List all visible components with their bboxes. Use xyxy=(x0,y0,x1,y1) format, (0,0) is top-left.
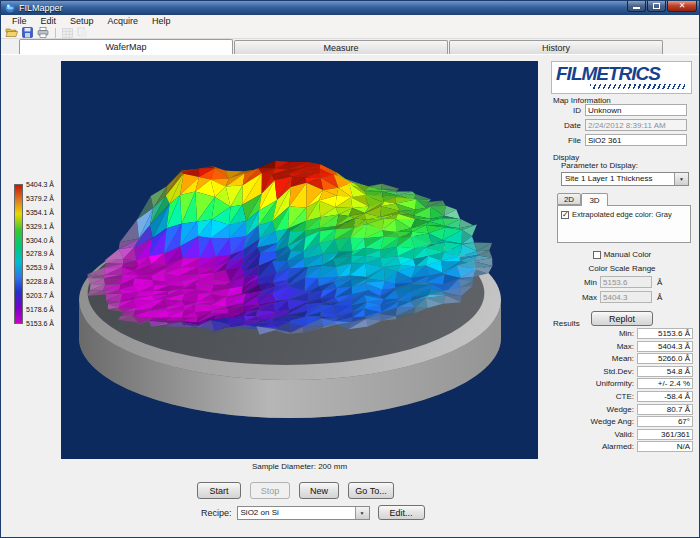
menu-setup[interactable]: Setup xyxy=(63,16,101,26)
menu-acquire[interactable]: Acquire xyxy=(101,16,146,26)
tab-measure[interactable]: Measure xyxy=(234,40,448,54)
print-icon[interactable] xyxy=(37,27,49,38)
map-information-group: ID Date File xyxy=(547,104,695,149)
parameter-value: Site 1 Layer 1 Thickness xyxy=(562,173,674,185)
results-group: Min:5153.6 Å Max:5404.3 Å Mean:5266.0 Å … xyxy=(547,328,693,454)
minimize-button[interactable] xyxy=(627,1,646,12)
toolbar-separator xyxy=(55,28,56,38)
color-scale-label: 5379.2 Å xyxy=(26,195,54,202)
id-label: ID xyxy=(547,106,581,115)
close-icon: ✕ xyxy=(679,2,686,10)
tab-2d[interactable]: 2D xyxy=(557,193,581,205)
tab-wafermap[interactable]: WaferMap xyxy=(19,39,233,54)
chevron-down-icon[interactable]: ▼ xyxy=(674,173,688,185)
chevron-down-icon[interactable]: ▼ xyxy=(355,507,369,519)
copy-icon[interactable] xyxy=(77,27,88,38)
sample-diameter-label: Sample Diameter: 200 mm xyxy=(61,462,538,471)
edit-recipe-button[interactable]: Edit... xyxy=(378,505,425,520)
recipe-label: Recipe: xyxy=(201,508,232,518)
menu-edit[interactable]: Edit xyxy=(34,16,64,26)
result-row: Alarmed:N/A xyxy=(547,441,693,452)
min-field[interactable] xyxy=(600,276,652,288)
max-label: Max xyxy=(577,293,597,302)
result-row: Wedge:80.7 Å xyxy=(547,404,693,415)
app-icon xyxy=(5,3,15,13)
date-label: Date xyxy=(547,121,581,130)
tab-history[interactable]: History xyxy=(449,40,663,54)
display-group: Parameter to Display: Site 1 Layer 1 Thi… xyxy=(547,161,697,326)
parameter-to-display-label: Parameter to Display: xyxy=(561,161,697,170)
close-button[interactable]: ✕ xyxy=(667,1,697,12)
new-button[interactable]: New xyxy=(299,482,339,499)
color-scale-label: 5178.6 Å xyxy=(26,306,54,313)
result-row: CTE:-58.4 Å xyxy=(547,391,693,402)
result-label: Wedge Ang: xyxy=(591,417,634,426)
goto-button[interactable]: Go To... xyxy=(348,482,394,499)
result-label: Uniformity: xyxy=(596,379,634,388)
3d-options-panel: Extrapolated edge color: Gray xyxy=(557,205,691,243)
minimize-icon xyxy=(633,7,640,9)
result-label: Max: xyxy=(617,342,634,351)
result-label: Valid: xyxy=(615,430,634,439)
replot-button[interactable]: Replot xyxy=(591,311,653,326)
result-row: Valid:361/361 xyxy=(547,429,693,440)
color-scale-label: 5354.1 Å xyxy=(26,209,54,216)
save-icon[interactable] xyxy=(22,27,33,38)
min-unit: Å xyxy=(657,278,662,287)
color-scale-label: 5278.9 Å xyxy=(26,250,54,257)
menu-file[interactable]: File xyxy=(5,16,34,26)
result-label: Mean: xyxy=(612,354,634,363)
result-value: 80.7 Å xyxy=(637,404,693,415)
menu-help[interactable]: Help xyxy=(145,16,178,26)
maximize-button[interactable] xyxy=(647,1,666,12)
acquisition-controls: Start Stop New Go To... xyxy=(197,482,394,499)
max-unit: Å xyxy=(657,293,662,302)
view-mode-tabs: 2D 3D xyxy=(557,193,697,206)
color-scale-label: 5304.0 Å xyxy=(26,237,54,244)
color-scale-label: 5404.3 Å xyxy=(26,181,54,188)
result-label: Min: xyxy=(619,329,634,338)
result-row: Std.Dev:54.8 Å xyxy=(547,366,693,377)
result-row: Mean:5266.0 Å xyxy=(547,353,693,364)
tab-3d[interactable]: 3D xyxy=(581,193,608,206)
color-scale-label: 5253.9 Å xyxy=(26,264,54,271)
parameter-dropdown[interactable]: Site 1 Layer 1 Thickness ▼ xyxy=(561,172,689,186)
map-grid-icon[interactable] xyxy=(62,28,73,38)
color-scale-label: 5228.8 Å xyxy=(26,278,54,285)
file-field[interactable] xyxy=(585,134,687,146)
result-label: Wedge: xyxy=(607,405,634,414)
id-field[interactable] xyxy=(585,104,687,116)
stop-button[interactable]: Stop xyxy=(250,482,290,499)
open-file-icon[interactable] xyxy=(5,27,18,38)
menu-bar: File Edit Setup Acquire Help xyxy=(1,15,700,27)
manual-color-checkbox[interactable] xyxy=(593,251,601,259)
extrapolated-edge-checkbox[interactable] xyxy=(561,211,569,219)
result-label: Std.Dev: xyxy=(603,367,634,376)
result-value: +/- 2.4 % xyxy=(637,378,693,389)
result-value: 5153.6 Å xyxy=(637,328,693,339)
wafer-3d-plot[interactable] xyxy=(61,61,538,459)
result-row: Wedge Ang:67° xyxy=(547,416,693,427)
recipe-value: SiO2 on Si xyxy=(238,507,355,519)
recipe-dropdown[interactable]: SiO2 on Si ▼ xyxy=(237,506,370,520)
result-value: 361/361 xyxy=(637,429,693,440)
extrapolated-edge-label: Extrapolated edge color: Gray xyxy=(572,210,672,219)
color-scale-gradient xyxy=(14,184,23,324)
app-window: FILMapper ✕ File Edit Setup Acquire Help xyxy=(0,0,700,538)
result-row: Max:5404.3 Å xyxy=(547,341,693,352)
maximize-icon xyxy=(653,3,660,9)
result-value: 54.8 Å xyxy=(637,366,693,377)
result-row: Uniformity:+/- 2.4 % xyxy=(547,378,693,389)
result-label: Alarmed: xyxy=(602,442,634,451)
date-field[interactable] xyxy=(585,119,687,131)
result-value: 5266.0 Å xyxy=(637,353,693,364)
result-value: 5404.3 Å xyxy=(637,341,693,352)
result-label: CTE: xyxy=(616,392,634,401)
color-scale-labels: 5404.3 Å 5379.2 Å 5354.1 Å 5329.1 Å 5304… xyxy=(26,181,54,327)
start-button[interactable]: Start xyxy=(197,482,241,499)
results-title: Results xyxy=(553,319,580,328)
max-field[interactable] xyxy=(600,291,652,303)
logo-text: FILMETRICS xyxy=(556,64,691,83)
color-scale-label: 5203.7 Å xyxy=(26,292,54,299)
filmetrics-logo: FILMETRICS xyxy=(551,61,692,94)
